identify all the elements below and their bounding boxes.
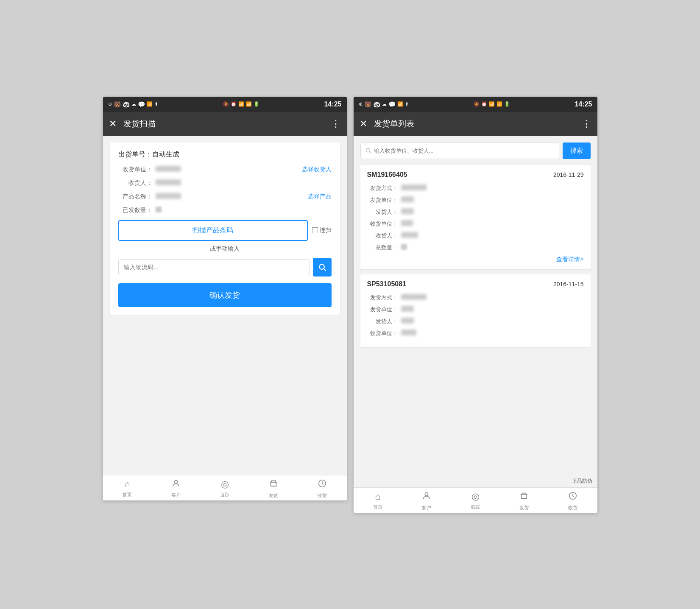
nav-item-home-left[interactable]: ⌂ 首页 <box>103 479 152 499</box>
ship-icon-right <box>519 491 529 503</box>
search-bar: 搜索 <box>360 142 591 159</box>
continuous-scan-checkbox[interactable] <box>312 227 318 233</box>
svg-line-1 <box>324 268 326 271</box>
signal-icon: 📶 <box>238 101 244 107</box>
order-date-1: 2016-11-15 <box>553 281 584 288</box>
status-icons-right-left: 🔕 ⏰ 📶 📶 🔋 <box>223 101 259 107</box>
receiver-label-0: 收货人： <box>367 232 398 240</box>
shipper-value-0 <box>401 208 414 215</box>
battery-icon-r: 🔋 <box>504 101 510 107</box>
total-qty-row-0: 总数量： <box>367 244 584 251</box>
status-bar-right: ⊕ 🐻 🐼 ☁ 💬 📶 ⬆ 🔕 ⏰ 📶 📶 🔋 14:25 <box>354 97 597 112</box>
more-button-left[interactable]: ⋮ <box>331 118 341 129</box>
svg-point-2 <box>174 480 177 483</box>
page-title-right: 发货单列表 <box>374 118 582 129</box>
right-content: 搜索 SM19166405 2016-11-29 发货方式： 发货单位： 发货人… <box>354 136 597 475</box>
ship-method-row-1: 发货方式： <box>367 294 584 302</box>
receive-label-left: 收货 <box>318 492 327 499</box>
product-value <box>156 193 308 200</box>
bottom-nav-right: ⌂ 首页 客户 ◎ 追踪 <box>354 487 597 513</box>
nav-item-track-right[interactable]: ◎ 追踪 <box>451 491 500 511</box>
quantity-label: 已发数量： <box>118 207 152 214</box>
usb-icon: ⬆ <box>154 101 158 107</box>
page-title-left: 发货扫描 <box>123 118 331 129</box>
watermark: 正品防伪 <box>354 475 597 487</box>
order-date-0: 2016-11-29 <box>553 171 584 178</box>
recv-unit-label-0: 收货单位： <box>367 220 398 228</box>
ship-unit-label-0: 发货单位： <box>367 196 398 204</box>
confirm-ship-button[interactable]: 确认发货 <box>118 283 332 307</box>
receiver-value <box>156 179 332 187</box>
shipper-label-0: 发货人： <box>367 208 398 216</box>
receiver-row: 收货人： <box>118 179 332 187</box>
or-text: 或手动输入 <box>118 245 332 253</box>
recv-unit-row-1: 收货单位： <box>367 330 584 337</box>
weather-icon-r: ☁ <box>382 101 387 107</box>
receiver-row-0: 收货人： <box>367 232 584 240</box>
wifi-icon-r: 📶 <box>397 101 403 107</box>
select-product-link[interactable]: 选择产品 <box>308 193 332 201</box>
nav-item-receive-right[interactable]: 收货 <box>549 491 597 511</box>
ship-unit-row-1: 发货单位： <box>367 306 584 313</box>
close-button-right[interactable]: ✕ <box>360 118 367 129</box>
shipper-label-1: 发货人： <box>367 318 398 325</box>
customer-icon-right <box>422 491 431 503</box>
recv-unit-label-1: 收货单位： <box>367 330 398 337</box>
logistics-search-button[interactable] <box>313 258 332 277</box>
svg-point-4 <box>366 148 370 152</box>
quantity-value <box>156 207 332 214</box>
customer-label-left: 客户 <box>171 492 181 498</box>
ship-method-row-0: 发货方式： <box>367 184 584 192</box>
receiver-label: 收货人： <box>118 179 152 187</box>
shipper-row-0: 发货人： <box>367 208 584 216</box>
customer-label-right: 客户 <box>422 505 431 511</box>
search-icon <box>318 263 326 271</box>
signal2-icon-r: 📶 <box>496 101 502 107</box>
app-icon-1: 🐻 <box>114 101 121 108</box>
customer-icon-left <box>171 479 181 490</box>
left-phone: ⊕ 🐻 🐼 ☁ 💬 📶 ⬆ 🔕 ⏰ 📶 📶 🔋 14:25 ✕ 发货扫描 ⋮ <box>103 97 347 500</box>
nav-item-track-left[interactable]: ◎ 追踪 <box>201 479 249 499</box>
order-title: 出货单号：自动生成 <box>118 150 332 159</box>
list-card-0: SM19166405 2016-11-29 发货方式： 发货单位： 发货人： 收… <box>360 165 591 269</box>
time-right: 14:25 <box>575 101 592 108</box>
select-receiver-link[interactable]: 选择收货人 <box>302 166 332 173</box>
ship-method-value-0 <box>401 184 427 192</box>
home-icon-left: ⌂ <box>124 479 130 490</box>
ship-label-right: 发货 <box>519 505 529 511</box>
nav-item-ship-left[interactable]: 发货 <box>249 479 298 499</box>
receiver-unit-row: 收货单位： 选择收货人 <box>118 166 332 173</box>
svg-point-6 <box>425 492 428 495</box>
receive-label-right: 收货 <box>568 505 577 511</box>
mute-icon: 🔕 <box>223 101 229 107</box>
weather-icon: ☁ <box>131 101 136 107</box>
search-button[interactable]: 搜索 <box>563 142 591 159</box>
wifi-icon: 📶 <box>147 101 153 107</box>
nav-item-receive-left[interactable]: 收货 <box>298 479 347 499</box>
ship-icon-left <box>269 479 278 491</box>
wechat-icon-r: 💬 <box>388 101 396 108</box>
detail-link-0[interactable]: 查看详情> <box>367 256 584 263</box>
scan-button[interactable]: 扫描产品条码 <box>118 220 308 241</box>
nav-item-home-right[interactable]: ⌂ 首页 <box>354 491 402 511</box>
receiver-value-0 <box>401 232 418 239</box>
order-id-0: SM19166405 <box>367 171 407 179</box>
left-content: 出货单号：自动生成 收货单位： 选择收货人 收货人： 产品名称： 选择产品 已发 <box>103 136 347 475</box>
nav-item-customer-left[interactable]: 客户 <box>152 479 201 499</box>
search-icon-list <box>365 147 371 154</box>
ship-unit-value-1 <box>401 306 414 313</box>
bottom-nav-left: ⌂ 首页 客户 ◎ 追踪 <box>103 475 347 500</box>
search-input[interactable] <box>374 148 555 154</box>
track-icon-right: ◎ <box>471 491 480 502</box>
nav-item-ship-right[interactable]: 发货 <box>500 491 549 511</box>
add-icon: ⊕ <box>108 101 112 107</box>
nav-item-customer-right[interactable]: 客户 <box>402 491 451 511</box>
status-icons-rr: 🔕 ⏰ 📶 📶 🔋 <box>474 101 510 107</box>
home-label-left: 首页 <box>123 492 132 498</box>
receiver-unit-label: 收货单位： <box>118 166 152 173</box>
close-button-left[interactable]: ✕ <box>109 118 117 129</box>
logistics-input[interactable] <box>118 259 310 275</box>
search-input-wrap <box>360 142 559 159</box>
list-card-header-0: SM19166405 2016-11-29 <box>367 171 584 179</box>
more-button-right[interactable]: ⋮ <box>582 118 591 129</box>
